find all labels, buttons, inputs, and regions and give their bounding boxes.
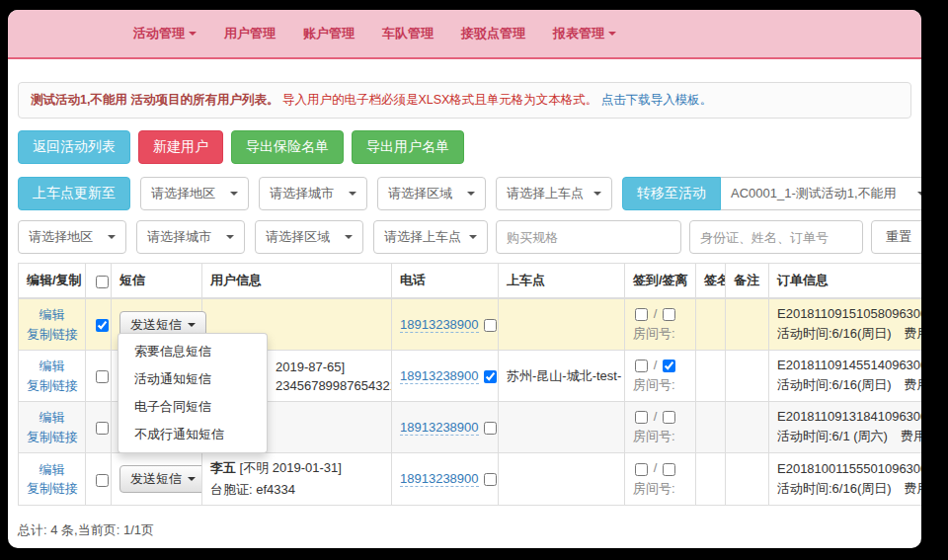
edit-link[interactable]: 编辑 — [27, 460, 77, 480]
download-template-link[interactable]: 点击下载导入模板。 — [601, 93, 713, 107]
nav-label: 账户管理 — [303, 25, 355, 42]
district-select[interactable]: 请选择区域 — [377, 177, 486, 210]
transfer-to-activity-button[interactable]: 转移至活动 — [622, 177, 721, 210]
checkin-checkbox[interactable] — [635, 360, 648, 372]
filter-district-select[interactable]: 请选择区域 — [255, 220, 363, 254]
row-checkbox[interactable] — [96, 474, 109, 487]
user-info-cell: 李五 [不明 2019-01-31] 台胞证: ef4334 — [202, 453, 392, 506]
note-cell — [726, 351, 769, 402]
new-user-button[interactable]: 新建用户 — [138, 130, 223, 164]
nav-account-mgmt[interactable]: 账户管理 — [303, 25, 355, 42]
edit-link[interactable]: 编辑 — [27, 357, 77, 376]
reset-button[interactable]: 重置 — [871, 220, 921, 254]
checkin-checkbox[interactable] — [635, 308, 648, 321]
nav-label: 用户管理 — [224, 25, 276, 42]
send-sms-button[interactable]: 发送短信 — [119, 465, 202, 493]
col-sms: 短信 — [112, 264, 202, 299]
checkout-checkbox[interactable] — [663, 463, 675, 476]
phone-checkbox[interactable] — [484, 319, 497, 332]
alert-title: 测试活动1,不能用 活动项目的所有用户列表。 — [31, 93, 278, 107]
row-checkbox[interactable] — [96, 422, 109, 435]
phone-link[interactable]: 18913238900 — [400, 471, 479, 487]
select-value: 请选择区域 — [388, 185, 452, 202]
menu-item-cancel-notice-sms[interactable]: 不成行通知短信 — [118, 421, 267, 448]
phone-link[interactable]: 18913238900 — [400, 420, 479, 436]
pickup-cell: 苏州-昆山-城北-test- — [499, 351, 625, 402]
col-phone: 电话 — [392, 264, 499, 299]
pickup-point-select[interactable]: 请选择上车点 — [496, 177, 612, 210]
nav-label: 报表管理 — [553, 25, 604, 42]
order-number: E20181109131841096300031 — [777, 409, 921, 424]
target-activity-select[interactable]: AC0001_1-测试活动1,不能用 — [721, 177, 921, 210]
caret-down-icon — [345, 235, 353, 239]
copy-link[interactable]: 复制链接 — [27, 428, 77, 447]
edit-link[interactable]: 编辑 — [27, 305, 77, 325]
nav-activity-mgmt[interactable]: 活动管理 — [133, 25, 197, 42]
search-input[interactable] — [689, 220, 863, 254]
select-value: 请选择地区 — [151, 185, 215, 202]
phone-link[interactable]: 18913238900 — [400, 317, 479, 333]
caret-down-icon — [188, 477, 196, 481]
export-users-button[interactable]: 导出用户名单 — [352, 130, 464, 164]
sign-cell — [696, 453, 726, 506]
caret-down-icon — [108, 235, 116, 239]
order-number: E20181109145514096300019 — [777, 358, 921, 372]
row-checkbox[interactable] — [96, 319, 109, 332]
select-value: 请选择城市 — [270, 185, 334, 202]
col-edit-copy: 编辑/复制 — [19, 264, 86, 299]
menu-item-request-info-sms[interactable]: 索要信息短信 — [118, 338, 267, 365]
checkout-checkbox[interactable] — [663, 308, 675, 321]
col-checkin: 签到/签离 — [625, 264, 696, 299]
user-id: 台胞证: ef4334 — [210, 481, 383, 499]
select-value: AC0001_1-测试活动1,不能用 — [731, 185, 897, 202]
copy-link[interactable]: 复制链接 — [27, 376, 77, 396]
app-window: 活动管理 用户管理 账户管理 车队管理 接驳点管理 报表管理 测试活动1,不能用… — [8, 10, 921, 548]
sign-cell — [696, 298, 726, 351]
nav-label: 接驳点管理 — [461, 25, 525, 42]
checkout-checkbox[interactable] — [663, 360, 675, 372]
filter-pickup-select[interactable]: 请选择上车点 — [373, 220, 488, 254]
checkin-checkbox[interactable] — [635, 463, 648, 476]
nav-label: 活动管理 — [133, 25, 185, 42]
col-pickup: 上车点 — [499, 264, 625, 299]
pickup-update-bar: 上车点更新至 请选择地区 请选择城市 请选择区域 请选择上车点 转移至活动 AC… — [18, 177, 911, 210]
nav-report-mgmt[interactable]: 报表管理 — [553, 25, 616, 42]
phone-link[interactable]: 18913238900 — [400, 368, 479, 384]
select-value: 请选择地区 — [29, 228, 93, 246]
nav-fleet-mgmt[interactable]: 车队管理 — [382, 25, 434, 42]
phone-checkbox[interactable] — [484, 422, 497, 435]
users-table-wrap: 编辑/复制 短信 用户信息 电话 上车点 签到/签离 签名 备注 订单信息 — [18, 263, 911, 506]
purchase-spec-input[interactable] — [496, 220, 681, 254]
menu-item-activity-notice-sms[interactable]: 活动通知短信 — [118, 365, 267, 393]
city-select[interactable]: 请选择城市 — [259, 177, 367, 210]
copy-link[interactable]: 复制链接 — [27, 325, 77, 345]
nav-pickup-point-mgmt[interactable]: 接驳点管理 — [461, 25, 525, 42]
col-order-info: 订单信息 — [769, 264, 922, 299]
caret-down-icon — [593, 192, 601, 196]
filter-city-select[interactable]: 请选择城市 — [136, 220, 245, 254]
menu-item-econtract-sms[interactable]: 电子合同短信 — [118, 393, 267, 421]
filter-region-select[interactable]: 请选择地区 — [18, 220, 126, 254]
nav-user-mgmt[interactable]: 用户管理 — [224, 25, 276, 42]
row-checkbox[interactable] — [96, 370, 109, 383]
slash-text: / — [654, 358, 658, 372]
back-to-activity-list-button[interactable]: 返回活动列表 — [18, 130, 130, 164]
table-row: 编辑 复制链接 发送短信 索要信息短信 活动通知短信 — [19, 298, 922, 351]
note-cell — [726, 298, 769, 351]
copy-link[interactable]: 复制链接 — [27, 479, 77, 499]
action-toolbar: 返回活动列表 新建用户 导出保险名单 导出用户名单 — [18, 130, 911, 164]
user-detail: 2019-87-65] — [276, 360, 345, 374]
phone-checkbox[interactable] — [484, 473, 497, 486]
region-select[interactable]: 请选择地区 — [140, 177, 249, 210]
slash-text: / — [654, 409, 658, 424]
checkout-checkbox[interactable] — [663, 411, 675, 424]
sign-cell — [696, 402, 726, 453]
select-value: 请选择上车点 — [507, 185, 584, 202]
caret-down-icon — [349, 192, 356, 196]
phone-checkbox[interactable] — [484, 370, 497, 383]
select-all-checkbox[interactable] — [96, 276, 109, 288]
export-insurance-button[interactable]: 导出保险名单 — [231, 130, 344, 164]
update-pickup-button[interactable]: 上车点更新至 — [18, 177, 130, 210]
checkin-checkbox[interactable] — [635, 411, 648, 424]
edit-link[interactable]: 编辑 — [27, 408, 77, 428]
